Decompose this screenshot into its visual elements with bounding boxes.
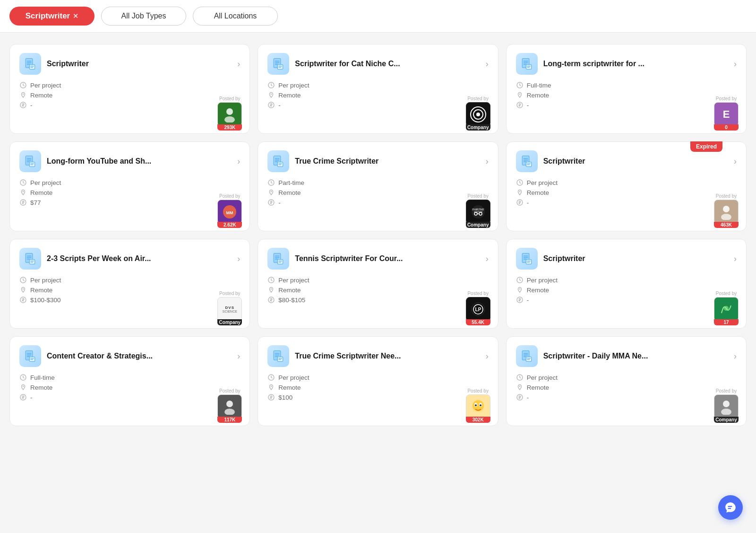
avatar-count: 2.62K: [217, 222, 242, 228]
job-card[interactable]: True Crime Scriptwriter Nee... › Per pro…: [258, 336, 498, 426]
job-types-filter[interactable]: All Job Types: [101, 7, 186, 26]
svg-point-160: [721, 409, 731, 415]
pin-icon: [516, 384, 524, 391]
salary-row: $77: [19, 199, 240, 206]
card-meta: Per project Remote -: [516, 276, 737, 304]
salary: -: [278, 199, 281, 206]
posted-by-label: Posted by: [716, 388, 737, 393]
card-title: True Crime Scriptwriter: [295, 157, 480, 166]
card-meta: Per project Remote -: [267, 81, 488, 109]
location-row: Remote: [516, 189, 737, 196]
job-card[interactable]: Long-term scriptwriter for ... › Full-ti…: [506, 44, 747, 134]
card-title: Scriptwriter for Cat Niche C...: [295, 60, 480, 68]
pin-icon: [267, 384, 275, 391]
location: Remote: [527, 287, 549, 294]
posted-by-label: Posted by: [219, 291, 240, 296]
pay-type: Per project: [30, 179, 61, 186]
avatar: MM 2.62K: [217, 200, 242, 224]
search-tag-button[interactable]: Scriptwriter ✕: [9, 7, 94, 26]
pay-type-row: Per project: [516, 276, 737, 284]
svg-point-101: [271, 288, 272, 289]
job-card[interactable]: 2-3 Scripts Per Week on Air... › Per pro…: [9, 239, 250, 329]
svg-point-159: [723, 401, 730, 407]
posted-by-label: Posted by: [716, 291, 737, 296]
svg-point-90: [23, 288, 24, 289]
pay-type-row: Per project: [19, 276, 240, 284]
pin-icon: [19, 384, 27, 391]
svg-point-47: [23, 191, 24, 192]
salary-row: -: [267, 199, 488, 206]
svg-point-22: [271, 94, 272, 95]
svg-point-115: [519, 288, 520, 289]
job-types-label: All Job Types: [121, 12, 166, 20]
job-grid: Scriptwriter › Per project Remote - Post…: [0, 33, 756, 437]
card-header: Scriptwriter ›: [516, 150, 737, 172]
clock-icon: [19, 179, 27, 186]
card-header: Scriptwriter ›: [19, 53, 240, 75]
chevron-right-icon: ›: [237, 59, 240, 69]
location-row: Remote: [516, 91, 737, 99]
salary-row: -: [516, 101, 737, 109]
salary-row: -: [267, 101, 488, 109]
job-icon: [516, 248, 538, 270]
job-card[interactable]: Scriptwriter › Per project Remote - Post…: [506, 239, 747, 329]
locations-filter[interactable]: All Locations: [193, 7, 278, 26]
dollar-icon: [516, 393, 524, 401]
job-card[interactable]: Expired Scriptwriter › Per project Remot…: [506, 141, 747, 231]
svg-rect-97: [278, 260, 283, 264]
posted-by-label: Posted by: [467, 388, 488, 393]
clock-icon: [516, 374, 524, 381]
salary: $80-$105: [278, 297, 305, 304]
svg-rect-124: [29, 357, 34, 362]
salary: -: [278, 102, 281, 109]
location-row: Remote: [267, 91, 488, 99]
chevron-right-icon: ›: [486, 254, 489, 264]
clock-icon: [267, 81, 275, 89]
card-header: Long-term scriptwriter for ... ›: [516, 53, 737, 75]
dollar-icon: [19, 199, 27, 206]
pin-icon: [516, 189, 524, 196]
pay-type: Per project: [527, 179, 558, 186]
salary: -: [527, 394, 529, 401]
chevron-right-icon: ›: [237, 157, 240, 166]
svg-text:LP: LP: [475, 307, 481, 312]
pay-type-row: Per project: [267, 276, 488, 284]
salary-row: $80-$105: [267, 296, 488, 304]
svg-point-26: [476, 113, 480, 116]
posted-by-area: Posted by Company: [466, 96, 490, 127]
svg-point-118: [724, 306, 729, 311]
job-card[interactable]: True Crime Scriptwriter › Part-time Remo…: [258, 141, 498, 231]
svg-point-157: [519, 386, 520, 387]
location-row: Remote: [267, 189, 488, 196]
chat-fab-button[interactable]: [718, 495, 743, 520]
job-icon: [516, 150, 538, 172]
salary-row: $100: [267, 393, 488, 401]
pay-type: Full-time: [30, 374, 55, 381]
clock-icon: [516, 276, 524, 284]
chevron-right-icon: ›: [734, 351, 737, 361]
pin-icon: [267, 91, 275, 99]
avatar-count: 293K: [217, 124, 242, 131]
pay-type: Full-time: [527, 82, 551, 89]
avatar-count: Company: [466, 124, 490, 131]
svg-rect-111: [526, 260, 531, 264]
chat-icon: [724, 501, 737, 514]
job-card[interactable]: Scriptwriter for Cat Niche C... › Per pr…: [258, 44, 498, 134]
salary: -: [30, 102, 33, 109]
dollar-icon: [267, 101, 275, 109]
job-card[interactable]: Content Creator & Strategis... › Full-ti…: [9, 336, 250, 426]
salary: -: [30, 394, 33, 401]
job-icon: [267, 53, 289, 75]
job-card[interactable]: Scriptwriter › Per project Remote - Post…: [9, 44, 250, 134]
salary-row: -: [19, 393, 240, 401]
pay-type: Per project: [527, 277, 558, 284]
svg-point-77: [519, 191, 520, 192]
location: Remote: [278, 384, 301, 391]
job-card[interactable]: Tennis Scriptwriter For Cour... › Per pr…: [258, 239, 498, 329]
location: Remote: [527, 384, 549, 391]
job-card[interactable]: Scriptwriter - Daily MMA Ne... › Per pro…: [506, 336, 747, 426]
job-card[interactable]: Long-form YouTube and Sh... › Per projec…: [9, 141, 250, 231]
salary: -: [527, 297, 529, 304]
salary: $100: [278, 394, 292, 401]
chevron-right-icon: ›: [734, 59, 737, 69]
